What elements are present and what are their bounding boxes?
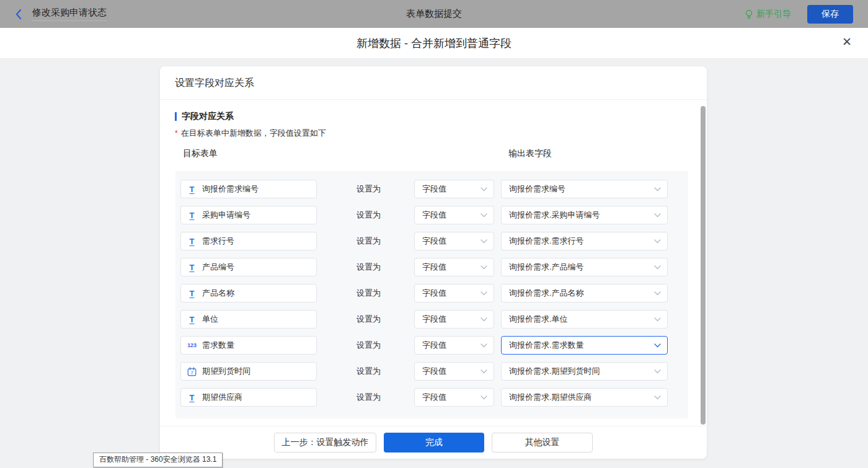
set-as-label: 设置为 <box>356 262 381 273</box>
target-field-box: T 采购申请编号 <box>180 206 317 224</box>
text-field-icon: T <box>187 211 197 220</box>
value-type-select[interactable]: 字段值 <box>414 180 494 198</box>
chevron-down-icon <box>480 291 487 296</box>
card-body: 字段对应关系 *在目标表单中新增数据，字段值设置如下 目标表单 输出表字段 T … <box>160 100 707 426</box>
previous-step-button[interactable]: 上一步：设置触发动作 <box>274 433 376 453</box>
output-field-selected: 询报价需求.期望到货时间 <box>509 366 600 377</box>
column-header-target-form: 目标表单 <box>183 148 218 159</box>
target-field-box: T 询报价需求编号 <box>180 180 317 198</box>
column-headers: 目标表单 输出表字段 <box>175 148 692 160</box>
target-field-label: 询报价需求编号 <box>202 183 259 195</box>
value-type-selected: 字段值 <box>422 340 446 351</box>
card-footer: 上一步：设置触发动作 完成 其他设置 <box>160 426 707 459</box>
target-field-box: T 产品名称 <box>180 284 317 302</box>
output-field-select[interactable]: 询报价需求.采购申请编号 <box>501 206 668 224</box>
save-button[interactable]: 保存 <box>807 5 853 24</box>
field-mapping-card: 设置字段对应关系 字段对应关系 *在目标表单中新增数据，字段值设置如下 目标表单… <box>160 66 707 459</box>
chevron-down-icon <box>480 369 487 374</box>
browser-status-tooltip: 百数帮助管理 - 360安全浏览器 13.1 <box>93 453 223 467</box>
value-type-selected: 字段值 <box>422 262 446 273</box>
value-type-selected: 字段值 <box>422 210 446 221</box>
output-field-select[interactable]: 询报价需求.需求数量 <box>501 336 668 355</box>
chevron-down-icon <box>654 317 661 322</box>
section-title: 字段对应关系 <box>175 111 692 122</box>
set-as-label: 设置为 <box>356 210 381 221</box>
svg-text:7: 7 <box>190 370 193 376</box>
target-field-label: 产品编号 <box>202 262 234 273</box>
output-field-selected: 询报价需求.期望供应商 <box>509 392 592 403</box>
other-settings-button[interactable]: 其他设置 <box>492 433 593 453</box>
required-asterisk: * <box>175 129 178 138</box>
chevron-down-icon <box>654 369 661 374</box>
workflow-name[interactable]: 修改采购申请状态 <box>32 7 107 21</box>
output-field-selected: 询报价需求.需求行号 <box>509 236 584 247</box>
value-type-select[interactable]: 字段值 <box>414 362 494 381</box>
chevron-down-icon <box>480 213 487 218</box>
value-type-select[interactable]: 字段值 <box>414 258 494 276</box>
card-header: 设置字段对应关系 <box>160 66 707 100</box>
value-type-select[interactable]: 字段值 <box>414 206 494 224</box>
output-field-selected: 询报价需求.产品名称 <box>509 288 584 299</box>
value-type-selected: 字段值 <box>422 366 446 377</box>
chevron-down-icon <box>654 265 661 270</box>
value-type-select[interactable]: 字段值 <box>414 232 494 250</box>
text-field-icon: T <box>187 237 197 246</box>
set-as-label: 设置为 <box>356 236 381 247</box>
target-field-box: T 产品编号 <box>180 258 317 276</box>
column-header-output-fields: 输出表字段 <box>508 148 552 159</box>
field-mapping-row: T 需求行号 设置为 字段值 询报价需求.需求行号 <box>180 232 683 250</box>
value-type-select[interactable]: 字段值 <box>414 310 494 329</box>
scrollbar-thumb[interactable] <box>701 106 706 425</box>
text-field-icon: T <box>187 289 197 298</box>
topbar: 修改采购申请状态 表单数据提交 新手引导 保存 <box>0 0 868 28</box>
value-type-select[interactable]: 字段值 <box>414 336 494 355</box>
chevron-down-icon <box>654 343 661 348</box>
output-field-select[interactable]: 询报价需求.期望到货时间 <box>501 362 668 381</box>
output-field-select[interactable]: 询报价需求.产品名称 <box>501 284 668 302</box>
target-field-box: T 单位 <box>180 310 317 329</box>
target-field-label: 需求数量 <box>202 340 234 351</box>
output-field-select[interactable]: 询报价需求编号 <box>501 180 668 198</box>
output-field-selected: 询报价需求.采购申请编号 <box>509 210 600 221</box>
chevron-down-icon <box>480 343 487 348</box>
output-field-select[interactable]: 询报价需求.期望供应商 <box>501 388 668 407</box>
back-chevron-icon <box>15 9 22 20</box>
chevron-down-icon <box>480 265 487 270</box>
chevron-down-icon <box>480 395 487 400</box>
target-field-box: T 需求行号 <box>180 232 317 250</box>
text-field-icon: T <box>187 263 197 272</box>
chevron-down-icon <box>480 187 487 192</box>
modal-body: 设置字段对应关系 字段对应关系 *在目标表单中新增数据，字段值设置如下 目标表单… <box>0 59 868 468</box>
field-mapping-list: T 询报价需求编号 设置为 字段值 询报价需求编号 T 采购申请编号 设置为 字… <box>175 171 688 418</box>
field-mapping-row: 123 需求数量 设置为 字段值 询报价需求.需求数量 <box>180 336 683 355</box>
output-field-selected: 询报价需求.需求数量 <box>509 340 584 351</box>
modal-header: 新增数据 - 合并新增到普通字段 ✕ <box>0 28 868 59</box>
output-field-select[interactable]: 询报价需求.需求行号 <box>501 232 668 250</box>
value-type-select[interactable]: 字段值 <box>414 388 494 407</box>
target-field-label: 需求行号 <box>202 236 234 247</box>
value-type-select[interactable]: 字段值 <box>414 284 494 302</box>
value-type-selected: 字段值 <box>422 392 446 403</box>
target-field-label: 采购申请编号 <box>202 210 250 221</box>
chevron-down-icon <box>480 239 487 244</box>
close-icon[interactable]: ✕ <box>842 36 852 48</box>
text-field-icon: T <box>187 315 197 324</box>
chevron-down-icon <box>654 187 661 192</box>
back-button[interactable] <box>15 9 22 20</box>
field-mapping-row: T 产品名称 设置为 字段值 询报价需求.产品名称 <box>180 284 683 302</box>
target-field-label: 产品名称 <box>202 288 234 299</box>
field-mapping-row: T 单位 设置为 字段值 询报价需求.单位 <box>180 310 683 329</box>
target-field-label: 期望到货时间 <box>202 366 250 377</box>
set-as-label: 设置为 <box>356 366 381 377</box>
beginner-guide-link[interactable]: 新手引导 <box>745 9 791 20</box>
output-field-select[interactable]: 询报价需求.产品编号 <box>501 258 668 276</box>
target-field-label: 期望供应商 <box>202 392 242 403</box>
target-field-box: 123 需求数量 <box>180 336 317 355</box>
chevron-down-icon <box>654 213 661 218</box>
target-field-box: 7 期望到货时间 <box>180 362 317 381</box>
text-field-icon: T <box>187 185 197 194</box>
output-field-select[interactable]: 询报价需求.单位 <box>501 310 668 329</box>
finish-button[interactable]: 完成 <box>384 433 484 453</box>
field-mapping-row: T 询报价需求编号 设置为 字段值 询报价需求编号 <box>180 180 683 198</box>
chevron-down-icon <box>480 317 487 322</box>
